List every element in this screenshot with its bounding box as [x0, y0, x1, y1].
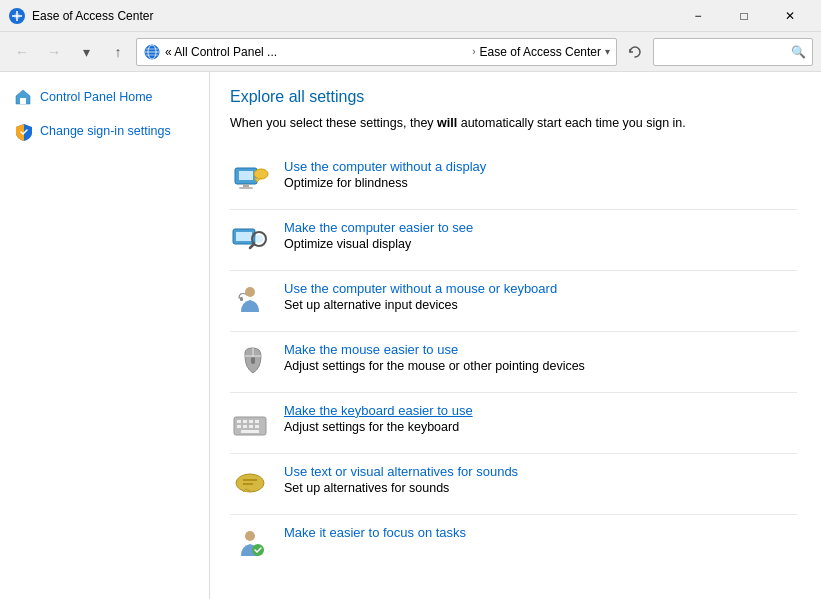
address-chevron-icon: ›: [472, 46, 475, 57]
setting-text: Make the keyboard easier to use Adjust s…: [284, 403, 473, 434]
sidebar: Control Panel Home Change sign-in settin…: [0, 72, 210, 599]
refresh-button[interactable]: [621, 38, 649, 66]
address-bar: ← → ▾ ↑ « All Control Panel ... › Ease o…: [0, 32, 821, 72]
search-input[interactable]: [660, 45, 791, 59]
list-item: Make it easier to focus on tasks: [230, 514, 797, 575]
svg-point-12: [254, 169, 268, 179]
svg-rect-30: [249, 425, 253, 428]
list-item: Make the mouse easier to use Adjust sett…: [230, 331, 797, 392]
svg-rect-7: [20, 98, 26, 104]
setting-text: Use text or visual alternatives for soun…: [284, 464, 518, 495]
minimize-button[interactable]: −: [675, 0, 721, 32]
svg-point-36: [245, 531, 255, 541]
search-box[interactable]: 🔍: [653, 38, 813, 66]
setting-link-no-display[interactable]: Use the computer without a display: [284, 159, 486, 174]
svg-rect-28: [237, 425, 241, 428]
globe-icon: [143, 43, 161, 61]
back-button[interactable]: ←: [8, 38, 36, 66]
setting-desc-sounds: Set up alternatives for sounds: [284, 481, 518, 495]
list-item: Use the computer without a display Optim…: [230, 149, 797, 209]
setting-text: Use the computer without a display Optim…: [284, 159, 486, 190]
setting-desc-easier-see: Optimize visual display: [284, 237, 473, 251]
window-title: Ease of Access Center: [32, 9, 675, 23]
refresh-icon: [628, 45, 642, 59]
main-layout: Control Panel Home Change sign-in settin…: [0, 72, 821, 599]
sidebar-item-sign-in-settings[interactable]: Change sign-in settings: [8, 118, 201, 146]
setting-text: Make it easier to focus on tasks: [284, 525, 466, 540]
settings-list: Use the computer without a display Optim…: [230, 149, 797, 575]
speech-bubble-icon: [230, 464, 270, 504]
setting-text: Use the computer without a mouse or keyb…: [284, 281, 557, 312]
setting-text: Make the computer easier to see Optimize…: [284, 220, 473, 251]
svg-rect-9: [239, 171, 253, 180]
svg-rect-31: [255, 425, 259, 428]
magnifier-icon: [230, 220, 270, 260]
setting-desc-mouse: Adjust settings for the mouse or other p…: [284, 359, 585, 373]
section-description: When you select these settings, they wil…: [230, 114, 797, 133]
up-button[interactable]: ↑: [104, 38, 132, 66]
keyboard-icon: [230, 403, 270, 443]
setting-link-focus[interactable]: Make it easier to focus on tasks: [284, 525, 466, 540]
svg-point-1: [14, 13, 20, 19]
svg-rect-25: [243, 420, 247, 423]
setting-desc-no-mouse: Set up alternative input devices: [284, 298, 557, 312]
svg-rect-22: [251, 357, 255, 364]
svg-point-33: [236, 474, 264, 492]
shield-icon: [14, 122, 34, 142]
setting-desc-no-display: Optimize for blindness: [284, 176, 486, 190]
person-input-icon: [230, 281, 270, 321]
svg-rect-27: [255, 420, 259, 423]
list-item: Make the computer easier to see Optimize…: [230, 209, 797, 270]
address-prefix: « All Control Panel ...: [165, 45, 468, 59]
address-current: Ease of Access Center: [480, 45, 601, 59]
svg-rect-10: [243, 184, 249, 187]
setting-link-easier-see[interactable]: Make the computer easier to see: [284, 220, 473, 235]
recent-button[interactable]: ▾: [72, 38, 100, 66]
list-item: Use text or visual alternatives for soun…: [230, 453, 797, 514]
setting-link-mouse[interactable]: Make the mouse easier to use: [284, 342, 585, 357]
svg-rect-14: [236, 232, 252, 241]
search-icon: 🔍: [791, 45, 806, 59]
address-dropdown-icon[interactable]: ▾: [605, 46, 610, 57]
svg-rect-24: [237, 420, 241, 423]
close-button[interactable]: ✕: [767, 0, 813, 32]
window-controls: − □ ✕: [675, 0, 813, 32]
app-icon: [8, 7, 26, 25]
svg-rect-32: [241, 430, 259, 433]
svg-point-18: [245, 287, 255, 297]
svg-rect-26: [249, 420, 253, 423]
setting-link-keyboard[interactable]: Make the keyboard easier to use: [284, 403, 473, 418]
list-item: Use the computer without a mouse or keyb…: [230, 270, 797, 331]
setting-desc-keyboard: Adjust settings for the keyboard: [284, 420, 473, 434]
svg-line-17: [250, 244, 254, 248]
forward-button[interactable]: →: [40, 38, 68, 66]
list-item: Make the keyboard easier to use Adjust s…: [230, 392, 797, 453]
svg-rect-29: [243, 425, 247, 428]
svg-rect-19: [240, 297, 243, 301]
setting-text: Make the mouse easier to use Adjust sett…: [284, 342, 585, 373]
setting-link-sounds[interactable]: Use text or visual alternatives for soun…: [284, 464, 518, 479]
content-area[interactable]: Explore all settings When you select the…: [210, 72, 821, 599]
restore-button[interactable]: □: [721, 0, 767, 32]
svg-point-16: [255, 235, 263, 243]
section-title: Explore all settings: [230, 88, 797, 106]
mouse-icon: [230, 342, 270, 382]
focus-icon: [230, 525, 270, 565]
svg-rect-11: [239, 187, 253, 189]
monitor-speech-icon: [230, 159, 270, 199]
home-icon: [14, 88, 34, 108]
address-input[interactable]: « All Control Panel ... › Ease of Access…: [136, 38, 617, 66]
setting-link-no-mouse[interactable]: Use the computer without a mouse or keyb…: [284, 281, 557, 296]
sidebar-item-control-panel-home[interactable]: Control Panel Home: [8, 84, 201, 112]
title-bar: Ease of Access Center − □ ✕: [0, 0, 821, 32]
